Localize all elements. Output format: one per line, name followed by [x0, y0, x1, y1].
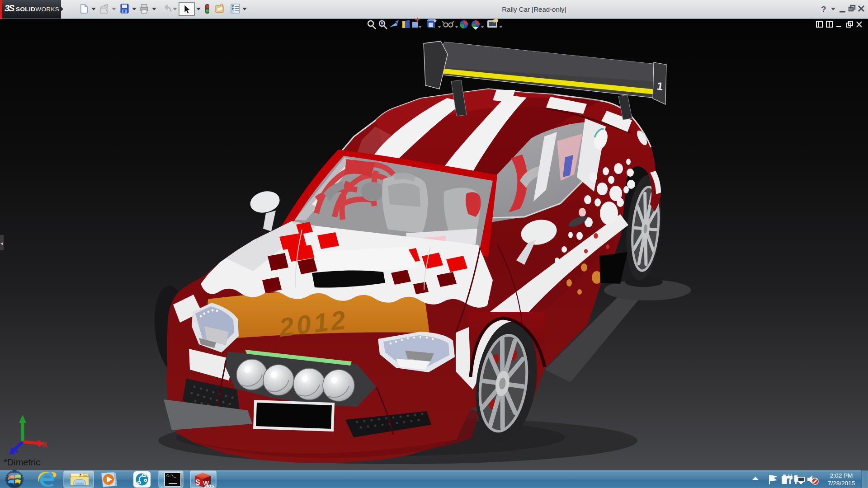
svg-text:S: S [195, 479, 200, 486]
svg-text:?: ? [821, 5, 826, 14]
svg-text:C:\_: C:\_ [166, 474, 176, 479]
svg-text:*Dimetric: *Dimetric [4, 457, 40, 467]
svg-text:2:02 PM: 2:02 PM [830, 472, 853, 479]
svg-text:2015: 2015 [204, 483, 214, 488]
svg-text:7/28/2015: 7/28/2015 [828, 480, 855, 487]
svg-text:◂: ◂ [0, 240, 3, 246]
svg-text:X: X [42, 441, 47, 449]
